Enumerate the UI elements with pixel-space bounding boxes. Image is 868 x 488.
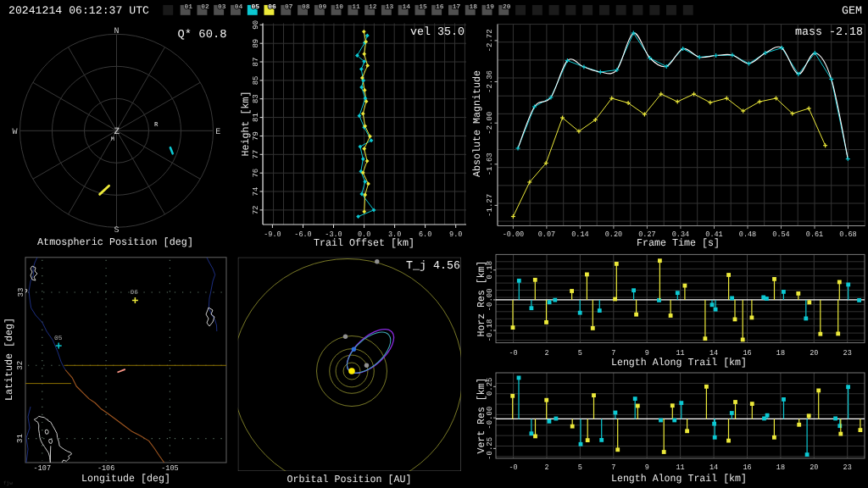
- svg-text:Height [km]: Height [km]: [240, 92, 252, 157]
- svg-text:7: 7: [611, 463, 615, 472]
- svg-text:0.61: 0.61: [806, 230, 823, 239]
- svg-text:-0: -0: [509, 463, 518, 472]
- svg-text:90: 90: [252, 20, 260, 30]
- svg-text:04: 04: [235, 3, 243, 11]
- svg-text:-2.72: -2.72: [486, 29, 494, 52]
- svg-text:-1.63: -1.63: [486, 152, 494, 175]
- svg-text:N: N: [114, 27, 119, 36]
- svg-text:19: 19: [486, 3, 494, 11]
- svg-text:-0.00: -0.00: [503, 230, 525, 239]
- svg-text:31: 31: [17, 434, 25, 443]
- svg-text:06: 06: [130, 289, 138, 297]
- svg-text:05: 05: [252, 3, 260, 11]
- svg-text:0.20: 0.20: [605, 230, 622, 239]
- svg-text:33: 33: [17, 288, 25, 297]
- svg-text:0.54: 0.54: [772, 230, 789, 239]
- svg-text:05: 05: [54, 335, 63, 342]
- svg-text:18: 18: [470, 3, 478, 11]
- svg-text:14: 14: [709, 463, 718, 472]
- svg-text:11: 11: [352, 4, 360, 11]
- svg-text:9: 9: [645, 349, 649, 358]
- svg-text:15: 15: [419, 4, 427, 11]
- svg-text:vel 35.0: vel 35.0: [410, 26, 465, 39]
- svg-text:74: 74: [252, 187, 260, 197]
- svg-text:Z: Z: [114, 127, 120, 137]
- svg-text:76: 76: [252, 169, 260, 178]
- svg-text:7: 7: [611, 349, 615, 358]
- svg-text:Absolute Magnitude: Absolute Magnitude: [471, 70, 483, 177]
- svg-text:16: 16: [436, 3, 444, 11]
- svg-text:-2.36: -2.36: [486, 70, 494, 93]
- svg-text:77: 77: [252, 150, 260, 159]
- svg-text:Length Along Trail [km]: Length Along Trail [km]: [611, 357, 747, 369]
- svg-text:Longitude [deg]: Longitude [deg]: [81, 473, 170, 485]
- svg-text:Vert Res [km]: Vert Res [km]: [476, 378, 487, 454]
- svg-text:87: 87: [252, 58, 260, 67]
- svg-text:03: 03: [218, 3, 226, 11]
- svg-text:-6.0: -6.0: [294, 230, 311, 239]
- svg-text:11: 11: [676, 463, 685, 472]
- svg-text:20: 20: [810, 349, 818, 358]
- svg-text:M: M: [111, 136, 114, 143]
- svg-text:0.48: 0.48: [739, 230, 756, 239]
- svg-text:9.0: 9.0: [449, 230, 462, 239]
- svg-text:Trail Offset [km]: Trail Offset [km]: [314, 237, 415, 249]
- svg-text:6.0: 6.0: [419, 230, 431, 239]
- svg-text:-105: -105: [161, 464, 178, 473]
- svg-text:81: 81: [252, 113, 260, 122]
- svg-text:01: 01: [185, 3, 193, 11]
- svg-text:10: 10: [335, 3, 343, 11]
- svg-text:Horz Res [km]: Horz Res [km]: [476, 261, 487, 337]
- svg-text:T_j 4.56: T_j 4.56: [406, 260, 460, 273]
- svg-text:85: 85: [252, 75, 260, 85]
- svg-text:S: S: [114, 226, 119, 236]
- svg-text:18: 18: [776, 463, 785, 472]
- svg-text:mass -2.18: mass -2.18: [795, 26, 863, 39]
- svg-text:-2.00: -2.00: [486, 112, 494, 135]
- svg-text:08: 08: [302, 3, 310, 11]
- svg-text:20241214 06:12:37 UTC: 20241214 06:12:37 UTC: [8, 4, 149, 17]
- svg-text:Orbital Position [AU]: Orbital Position [AU]: [287, 474, 412, 485]
- svg-text:Atmospheric Position [deg]: Atmospheric Position [deg]: [37, 236, 193, 248]
- svg-text:11: 11: [676, 349, 685, 358]
- svg-text:89: 89: [252, 39, 260, 48]
- svg-text:14: 14: [403, 4, 411, 11]
- svg-text:02: 02: [201, 3, 209, 11]
- svg-text:18: 18: [776, 349, 785, 358]
- svg-text:-0: -0: [509, 349, 518, 358]
- svg-text:07: 07: [285, 3, 293, 11]
- svg-text:32: 32: [17, 361, 25, 370]
- svg-text:E: E: [215, 128, 220, 137]
- svg-text:20: 20: [810, 463, 818, 472]
- svg-text:14: 14: [709, 349, 718, 358]
- svg-text:fjw: fjw: [3, 480, 13, 486]
- svg-text:16: 16: [743, 463, 751, 472]
- svg-text:5: 5: [578, 349, 582, 358]
- svg-text:0.68: 0.68: [839, 230, 856, 239]
- svg-text:GEM: GEM: [842, 4, 862, 17]
- svg-text:72: 72: [252, 205, 260, 214]
- svg-text:R: R: [154, 122, 159, 129]
- svg-text:5: 5: [578, 463, 582, 472]
- svg-text:09: 09: [319, 3, 327, 11]
- svg-text:23: 23: [843, 463, 852, 472]
- svg-text:12: 12: [369, 3, 377, 11]
- svg-text:-9.0: -9.0: [264, 230, 281, 239]
- svg-text:9: 9: [645, 463, 649, 472]
- svg-text:13: 13: [386, 3, 394, 11]
- svg-text:Q* 60.8: Q* 60.8: [178, 29, 227, 42]
- svg-text:0.07: 0.07: [538, 230, 555, 239]
- svg-text:Frame Time [s]: Frame Time [s]: [637, 237, 720, 249]
- svg-text:17: 17: [453, 4, 461, 11]
- svg-text:83: 83: [252, 94, 260, 103]
- svg-text:16: 16: [743, 349, 751, 358]
- svg-text:23: 23: [843, 349, 852, 358]
- svg-text:2: 2: [544, 463, 548, 472]
- svg-text:20: 20: [503, 3, 511, 11]
- svg-text:W: W: [12, 128, 17, 137]
- svg-text:79: 79: [252, 131, 260, 141]
- svg-text:2: 2: [544, 349, 548, 358]
- svg-text:-1.27: -1.27: [486, 194, 494, 217]
- svg-text:06: 06: [268, 3, 276, 11]
- svg-text:-106: -106: [97, 464, 114, 473]
